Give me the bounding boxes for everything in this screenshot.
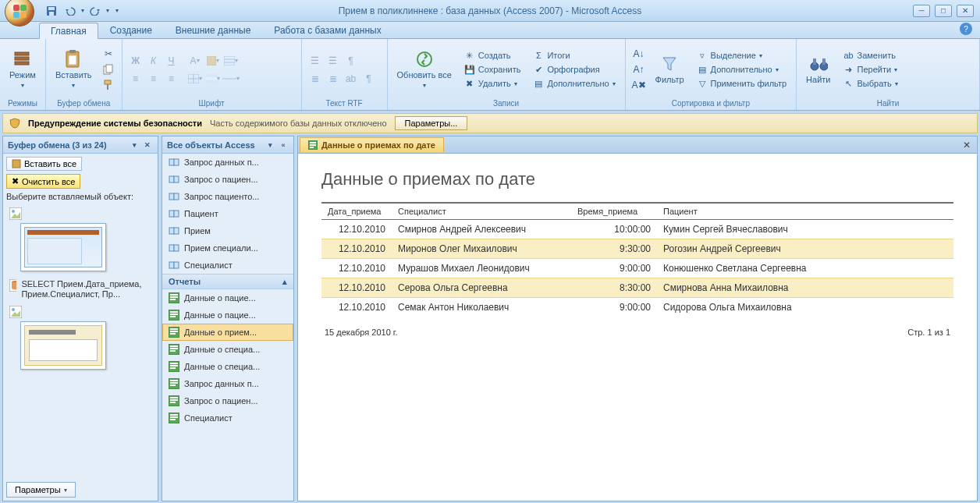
clipboard-item-3[interactable] [6, 303, 154, 321]
nav-section-reports[interactable]: Отчеты ▴ [162, 274, 293, 289]
svg-rect-76 [170, 402, 176, 403]
report-icon [169, 344, 179, 355]
save-record-button[interactable]: 💾Сохранить [460, 62, 526, 76]
refresh-all-button[interactable]: Обновить все ▾ [392, 48, 456, 90]
svg-rect-63 [170, 348, 178, 349]
svg-rect-59 [170, 331, 178, 332]
query-icon [169, 208, 179, 219]
nav-item-query[interactable]: Запрос данных п... [162, 154, 293, 171]
nav-item-query[interactable]: Запрос пациенто... [162, 188, 293, 205]
svg-point-30 [12, 210, 15, 213]
cell-patient: Сидорова Ольга Михаиловна [657, 298, 953, 317]
report-icon [169, 378, 179, 389]
save-icon[interactable] [44, 3, 59, 19]
advanced-filter-button[interactable]: ▤Дополнительно▾ [692, 62, 792, 76]
nav-item-query[interactable]: Пациент [162, 205, 293, 222]
nav-item-label: Запрос о пациен... [184, 396, 258, 406]
clipboard-item-2[interactable]: SELECT Прием.Дата_приема, Прием.Специали… [6, 276, 154, 303]
svg-rect-48 [174, 262, 179, 268]
clipboard-options-button[interactable]: Параметры▾ [6, 482, 76, 498]
nav-item-report[interactable]: Данные о специа... [162, 341, 293, 358]
cell-time: 10:00:00 [571, 220, 657, 239]
paste-all-button[interactable]: Вставить все [6, 157, 82, 171]
cell-patient: Рогозин Андрей Сергеевич [657, 239, 953, 259]
view-button[interactable]: Режим ▾ [5, 48, 41, 90]
qat-customize-icon[interactable]: ▾ [115, 7, 119, 14]
totals-button[interactable]: ΣИтоги [528, 48, 620, 62]
clipboard-thumb-1[interactable] [20, 223, 106, 271]
sort-desc-icon[interactable]: A↑ [630, 62, 648, 77]
ribbon-group-sortfilter: A↓ A↑ A✖ Фильтр ▿Выделение▾ ▤Дополнитель… [626, 39, 797, 110]
tab-external-data[interactable]: Внешние данные [164, 22, 263, 38]
nav-item-report[interactable]: Данные о пацие... [162, 289, 293, 306]
minimize-button[interactable]: ─ [913, 5, 930, 17]
svg-rect-26 [813, 58, 816, 65]
clipboard-pane-title: Буфер обмена (3 из 24) [8, 140, 107, 150]
copy-icon[interactable] [100, 62, 117, 77]
nav-item-label: Запрос данных п... [184, 158, 259, 167]
clipboard-item-1[interactable] [6, 204, 154, 223]
document-tab-active[interactable]: Данные о приемах по дате [300, 137, 444, 152]
format-painter-icon[interactable] [100, 77, 117, 93]
nav-item-report[interactable]: Запрос данных п... [162, 375, 293, 392]
tab-create[interactable]: Создание [98, 22, 164, 38]
pane-dropdown-icon[interactable]: ▾ [129, 140, 140, 151]
ribbon-group-records: Обновить все ▾ ✳Создать 💾Сохранить ✖Удал… [388, 39, 626, 110]
sort-asc-icon[interactable]: A↓ [630, 46, 648, 62]
delete-record-button[interactable]: ✖Удалить▾ [460, 76, 526, 90]
clear-all-button[interactable]: ✖Очистить все [6, 174, 80, 189]
nav-item-label: Прием специали... [184, 243, 258, 253]
nav-item-report[interactable]: Данные о пацие... [162, 306, 293, 324]
report-icon [169, 292, 179, 303]
svg-rect-47 [169, 262, 174, 268]
tab-home[interactable]: Главная [39, 23, 98, 39]
nav-item-query[interactable]: Прием специали... [162, 239, 293, 257]
find-button[interactable]: Найти [801, 53, 835, 86]
close-button[interactable]: ✕ [957, 5, 974, 17]
document-close-icon[interactable]: ✕ [957, 140, 977, 151]
replace-button[interactable]: abЗаменить [839, 48, 903, 62]
paste-button[interactable]: Вставить ▾ [51, 48, 97, 90]
clear-sort-icon[interactable]: A✖ [630, 77, 648, 93]
report-icon [308, 140, 318, 150]
select-button[interactable]: ↖Выбрать▾ [839, 76, 903, 90]
filter-button[interactable]: Фильтр [651, 53, 689, 86]
nav-item-report[interactable]: Запрос о пациен... [162, 392, 293, 409]
redo-icon[interactable] [87, 3, 103, 19]
nav-item-query[interactable]: Запрос о пациен... [162, 171, 293, 188]
svg-rect-5 [15, 62, 29, 65]
refresh-icon [415, 50, 434, 69]
new-record-button[interactable]: ✳Создать [460, 48, 526, 62]
italic-icon: К [145, 53, 162, 69]
nav-item-report[interactable]: Данные о специа... [162, 358, 293, 375]
security-options-button[interactable]: Параметры... [395, 116, 468, 130]
tab-database-tools[interactable]: Работа с базами данных [262, 22, 392, 38]
nav-dropdown-icon[interactable]: ▾ [265, 140, 275, 151]
cell-time: 9:30:00 [571, 239, 657, 259]
nav-item-query[interactable]: Прием [162, 222, 293, 239]
svg-rect-21 [206, 77, 217, 80]
table-row: 12.10.2010 Смирнов Андрей Алексеевич 10:… [321, 220, 953, 239]
help-icon[interactable]: ? [960, 23, 972, 35]
clipboard-thumb-3[interactable] [20, 321, 106, 370]
svg-rect-11 [105, 80, 111, 84]
svg-rect-2 [49, 12, 54, 16]
report-table: Дата_приема Специалист Время_приема Паци… [321, 202, 953, 317]
office-button[interactable] [5, 0, 34, 27]
nav-item-query[interactable]: Специалист [162, 257, 293, 274]
cut-icon[interactable]: ✂ [100, 46, 117, 62]
redo-dropdown-icon[interactable]: ▾ [106, 7, 109, 14]
svg-rect-1 [48, 7, 55, 10]
spelling-button[interactable]: ✔Орфография [528, 62, 620, 76]
toggle-filter-button[interactable]: ▽Применить фильтр [692, 76, 792, 90]
undo-icon[interactable] [62, 3, 78, 19]
maximize-button[interactable]: □ [935, 5, 952, 17]
undo-dropdown-icon[interactable]: ▾ [81, 7, 84, 14]
selection-filter-button[interactable]: ▿Выделение▾ [692, 48, 792, 62]
more-records-button[interactable]: ▤Дополнительно▾ [528, 76, 620, 90]
goto-button[interactable]: ➜Перейти▾ [839, 62, 903, 76]
nav-item-report[interactable]: Данные о прием... [162, 324, 293, 341]
nav-collapse-icon[interactable]: « [278, 140, 289, 151]
pane-close-icon[interactable]: ✕ [142, 140, 153, 151]
nav-item-report[interactable]: Специалист [162, 409, 293, 427]
